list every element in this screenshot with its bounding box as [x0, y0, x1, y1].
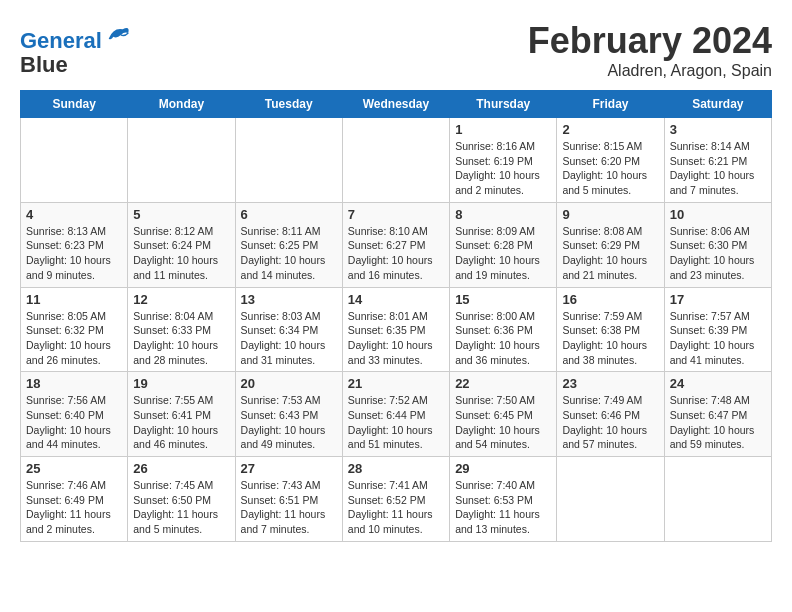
calendar-cell: [557, 457, 664, 542]
calendar-cell: [235, 118, 342, 203]
day-info: Sunrise: 7:55 AMSunset: 6:41 PMDaylight:…: [133, 393, 229, 452]
calendar-cell: 11Sunrise: 8:05 AMSunset: 6:32 PMDayligh…: [21, 287, 128, 372]
calendar-cell: 1Sunrise: 8:16 AMSunset: 6:19 PMDaylight…: [450, 118, 557, 203]
day-info: Sunrise: 7:43 AMSunset: 6:51 PMDaylight:…: [241, 478, 337, 537]
calendar-week-3: 11Sunrise: 8:05 AMSunset: 6:32 PMDayligh…: [21, 287, 772, 372]
day-info: Sunrise: 7:53 AMSunset: 6:43 PMDaylight:…: [241, 393, 337, 452]
day-info: Sunrise: 7:52 AMSunset: 6:44 PMDaylight:…: [348, 393, 444, 452]
day-number: 17: [670, 292, 766, 307]
calendar-cell: 29Sunrise: 7:40 AMSunset: 6:53 PMDayligh…: [450, 457, 557, 542]
day-number: 21: [348, 376, 444, 391]
calendar-header-row: SundayMondayTuesdayWednesdayThursdayFrid…: [21, 91, 772, 118]
calendar-cell: [342, 118, 449, 203]
calendar-cell: 28Sunrise: 7:41 AMSunset: 6:52 PMDayligh…: [342, 457, 449, 542]
day-info: Sunrise: 8:15 AMSunset: 6:20 PMDaylight:…: [562, 139, 658, 198]
day-info: Sunrise: 7:40 AMSunset: 6:53 PMDaylight:…: [455, 478, 551, 537]
calendar-cell: 5Sunrise: 8:12 AMSunset: 6:24 PMDaylight…: [128, 202, 235, 287]
calendar-cell: [664, 457, 771, 542]
day-header-tuesday: Tuesday: [235, 91, 342, 118]
calendar-cell: 2Sunrise: 8:15 AMSunset: 6:20 PMDaylight…: [557, 118, 664, 203]
day-number: 16: [562, 292, 658, 307]
day-info: Sunrise: 8:13 AMSunset: 6:23 PMDaylight:…: [26, 224, 122, 283]
calendar-cell: 8Sunrise: 8:09 AMSunset: 6:28 PMDaylight…: [450, 202, 557, 287]
day-number: 1: [455, 122, 551, 137]
day-info: Sunrise: 8:01 AMSunset: 6:35 PMDaylight:…: [348, 309, 444, 368]
calendar-cell: 24Sunrise: 7:48 AMSunset: 6:47 PMDayligh…: [664, 372, 771, 457]
day-info: Sunrise: 8:11 AMSunset: 6:25 PMDaylight:…: [241, 224, 337, 283]
day-number: 14: [348, 292, 444, 307]
day-number: 13: [241, 292, 337, 307]
month-title: February 2024: [528, 20, 772, 62]
day-info: Sunrise: 8:10 AMSunset: 6:27 PMDaylight:…: [348, 224, 444, 283]
title-block: February 2024 Aladren, Aragon, Spain: [528, 20, 772, 80]
day-header-friday: Friday: [557, 91, 664, 118]
calendar-cell: 25Sunrise: 7:46 AMSunset: 6:49 PMDayligh…: [21, 457, 128, 542]
calendar-cell: 20Sunrise: 7:53 AMSunset: 6:43 PMDayligh…: [235, 372, 342, 457]
day-number: 11: [26, 292, 122, 307]
day-number: 5: [133, 207, 229, 222]
calendar-cell: 12Sunrise: 8:04 AMSunset: 6:33 PMDayligh…: [128, 287, 235, 372]
calendar-cell: 6Sunrise: 8:11 AMSunset: 6:25 PMDaylight…: [235, 202, 342, 287]
calendar-cell: 15Sunrise: 8:00 AMSunset: 6:36 PMDayligh…: [450, 287, 557, 372]
calendar-cell: [21, 118, 128, 203]
day-number: 26: [133, 461, 229, 476]
day-header-thursday: Thursday: [450, 91, 557, 118]
day-number: 18: [26, 376, 122, 391]
day-info: Sunrise: 7:46 AMSunset: 6:49 PMDaylight:…: [26, 478, 122, 537]
calendar-week-5: 25Sunrise: 7:46 AMSunset: 6:49 PMDayligh…: [21, 457, 772, 542]
day-info: Sunrise: 7:56 AMSunset: 6:40 PMDaylight:…: [26, 393, 122, 452]
calendar-cell: 26Sunrise: 7:45 AMSunset: 6:50 PMDayligh…: [128, 457, 235, 542]
day-number: 25: [26, 461, 122, 476]
day-number: 8: [455, 207, 551, 222]
day-header-monday: Monday: [128, 91, 235, 118]
day-info: Sunrise: 7:59 AMSunset: 6:38 PMDaylight:…: [562, 309, 658, 368]
day-header-sunday: Sunday: [21, 91, 128, 118]
calendar-body: 1Sunrise: 8:16 AMSunset: 6:19 PMDaylight…: [21, 118, 772, 542]
day-info: Sunrise: 8:08 AMSunset: 6:29 PMDaylight:…: [562, 224, 658, 283]
day-number: 24: [670, 376, 766, 391]
calendar-week-4: 18Sunrise: 7:56 AMSunset: 6:40 PMDayligh…: [21, 372, 772, 457]
day-info: Sunrise: 7:48 AMSunset: 6:47 PMDaylight:…: [670, 393, 766, 452]
day-number: 27: [241, 461, 337, 476]
day-info: Sunrise: 7:45 AMSunset: 6:50 PMDaylight:…: [133, 478, 229, 537]
day-info: Sunrise: 7:50 AMSunset: 6:45 PMDaylight:…: [455, 393, 551, 452]
calendar-cell: 13Sunrise: 8:03 AMSunset: 6:34 PMDayligh…: [235, 287, 342, 372]
calendar-cell: 7Sunrise: 8:10 AMSunset: 6:27 PMDaylight…: [342, 202, 449, 287]
day-info: Sunrise: 7:49 AMSunset: 6:46 PMDaylight:…: [562, 393, 658, 452]
day-info: Sunrise: 8:05 AMSunset: 6:32 PMDaylight:…: [26, 309, 122, 368]
day-info: Sunrise: 8:03 AMSunset: 6:34 PMDaylight:…: [241, 309, 337, 368]
calendar-cell: 16Sunrise: 7:59 AMSunset: 6:38 PMDayligh…: [557, 287, 664, 372]
logo: General Blue: [20, 20, 132, 77]
calendar-cell: 18Sunrise: 7:56 AMSunset: 6:40 PMDayligh…: [21, 372, 128, 457]
day-number: 19: [133, 376, 229, 391]
calendar-cell: 4Sunrise: 8:13 AMSunset: 6:23 PMDaylight…: [21, 202, 128, 287]
day-number: 28: [348, 461, 444, 476]
calendar-table: SundayMondayTuesdayWednesdayThursdayFrid…: [20, 90, 772, 542]
day-number: 7: [348, 207, 444, 222]
calendar-cell: 19Sunrise: 7:55 AMSunset: 6:41 PMDayligh…: [128, 372, 235, 457]
day-number: 23: [562, 376, 658, 391]
day-info: Sunrise: 8:12 AMSunset: 6:24 PMDaylight:…: [133, 224, 229, 283]
day-number: 10: [670, 207, 766, 222]
calendar-cell: 10Sunrise: 8:06 AMSunset: 6:30 PMDayligh…: [664, 202, 771, 287]
calendar-cell: 27Sunrise: 7:43 AMSunset: 6:51 PMDayligh…: [235, 457, 342, 542]
day-number: 12: [133, 292, 229, 307]
calendar-cell: 23Sunrise: 7:49 AMSunset: 6:46 PMDayligh…: [557, 372, 664, 457]
day-info: Sunrise: 8:14 AMSunset: 6:21 PMDaylight:…: [670, 139, 766, 198]
logo-text: General Blue: [20, 20, 132, 77]
day-number: 9: [562, 207, 658, 222]
page-header: General Blue February 2024 Aladren, Arag…: [20, 20, 772, 80]
calendar-cell: [128, 118, 235, 203]
day-number: 3: [670, 122, 766, 137]
calendar-cell: 14Sunrise: 8:01 AMSunset: 6:35 PMDayligh…: [342, 287, 449, 372]
day-info: Sunrise: 8:00 AMSunset: 6:36 PMDaylight:…: [455, 309, 551, 368]
calendar-week-2: 4Sunrise: 8:13 AMSunset: 6:23 PMDaylight…: [21, 202, 772, 287]
day-number: 4: [26, 207, 122, 222]
day-info: Sunrise: 7:41 AMSunset: 6:52 PMDaylight:…: [348, 478, 444, 537]
day-info: Sunrise: 8:16 AMSunset: 6:19 PMDaylight:…: [455, 139, 551, 198]
calendar-week-1: 1Sunrise: 8:16 AMSunset: 6:19 PMDaylight…: [21, 118, 772, 203]
day-number: 20: [241, 376, 337, 391]
day-info: Sunrise: 8:04 AMSunset: 6:33 PMDaylight:…: [133, 309, 229, 368]
day-number: 6: [241, 207, 337, 222]
day-number: 15: [455, 292, 551, 307]
